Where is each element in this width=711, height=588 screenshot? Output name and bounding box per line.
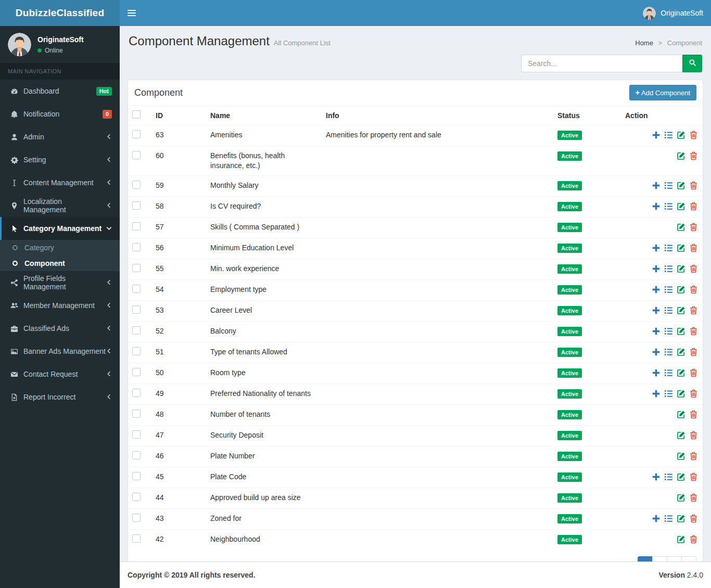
sidebar-subitem-component[interactable]: Component [0, 255, 120, 271]
delete-button[interactable] [689, 493, 699, 503]
edit-button[interactable] [677, 348, 686, 357]
sidebar-item-profile-fields-management[interactable]: Profile Fields Management [0, 271, 120, 294]
delete-button[interactable] [689, 452, 699, 461]
delete-button[interactable] [689, 410, 699, 419]
delete-button[interactable] [689, 244, 699, 253]
edit-button[interactable] [677, 389, 686, 399]
add-value-button[interactable] [652, 368, 661, 378]
edit-button[interactable] [677, 431, 686, 440]
row-checkbox[interactable] [132, 181, 141, 189]
edit-button[interactable] [677, 151, 686, 161]
search-input[interactable] [521, 55, 682, 72]
edit-button[interactable] [677, 493, 686, 503]
row-checkbox[interactable] [132, 285, 141, 293]
delete-button[interactable] [689, 389, 699, 399]
list-values-button[interactable] [664, 181, 674, 190]
add-value-button[interactable] [652, 285, 661, 295]
edit-button[interactable] [677, 535, 686, 544]
sidebar-item-member-management[interactable]: Member Management [0, 294, 120, 317]
sidebar-item-classified-ads[interactable]: Classified Ads [0, 317, 120, 340]
add-value-button[interactable] [652, 202, 661, 211]
row-checkbox[interactable] [132, 514, 141, 522]
list-values-button[interactable] [664, 202, 674, 211]
sidebar-item-contact-request[interactable]: Contact Request [0, 363, 120, 386]
breadcrumb-home-link[interactable]: Home [635, 39, 653, 47]
row-checkbox[interactable] [132, 389, 141, 397]
delete-button[interactable] [689, 327, 699, 336]
delete-button[interactable] [689, 348, 699, 357]
sidebar-item-notification[interactable]: Notification0 [0, 103, 120, 125]
delete-button[interactable] [689, 131, 699, 140]
list-values-button[interactable] [664, 264, 674, 274]
row-checkbox[interactable] [132, 368, 141, 376]
row-checkbox[interactable] [132, 430, 141, 439]
row-checkbox[interactable] [132, 493, 141, 501]
select-all-checkbox[interactable] [132, 110, 141, 119]
sidebar-item-report-incorrect[interactable]: Report Incorrect [0, 386, 120, 408]
add-value-button[interactable] [652, 244, 661, 253]
edit-button[interactable] [677, 514, 686, 523]
delete-button[interactable] [689, 223, 699, 232]
delete-button[interactable] [689, 181, 699, 190]
pagination-next-button[interactable]: » [681, 556, 696, 561]
list-values-button[interactable] [664, 131, 674, 140]
edit-button[interactable] [677, 327, 686, 336]
delete-button[interactable] [689, 535, 699, 544]
edit-button[interactable] [677, 306, 686, 315]
row-checkbox[interactable] [132, 410, 141, 418]
edit-button[interactable] [677, 452, 686, 461]
row-checkbox[interactable] [132, 151, 141, 159]
delete-button[interactable] [689, 368, 699, 378]
list-values-button[interactable] [664, 348, 674, 357]
list-values-button[interactable] [664, 368, 674, 378]
add-value-button[interactable] [652, 264, 661, 274]
delete-button[interactable] [689, 285, 699, 295]
add-value-button[interactable] [652, 306, 661, 315]
sidebar-item-localization-management[interactable]: Localization Management [0, 194, 120, 217]
sidebar-toggle-icon[interactable] [120, 0, 143, 26]
row-checkbox[interactable] [132, 201, 141, 210]
sidebar-item-setting[interactable]: Setting [0, 148, 120, 171]
sidebar-item-content-management[interactable]: Content Management [0, 171, 120, 194]
sidebar-subitem-category[interactable]: Category [0, 240, 120, 255]
row-checkbox[interactable] [132, 264, 141, 272]
delete-button[interactable] [689, 431, 699, 440]
edit-button[interactable] [677, 223, 686, 232]
row-checkbox[interactable] [132, 451, 141, 459]
add-value-button[interactable] [652, 514, 661, 523]
brand-logo[interactable]: DubizzleClassified [0, 0, 120, 26]
edit-button[interactable] [677, 181, 686, 190]
edit-button[interactable] [677, 472, 686, 482]
delete-button[interactable] [689, 514, 699, 523]
row-checkbox[interactable] [132, 305, 141, 314]
delete-button[interactable] [689, 472, 699, 482]
sidebar-item-banner-ads-management[interactable]: Banner Ads Management [0, 340, 120, 363]
row-checkbox[interactable] [132, 326, 141, 335]
list-values-button[interactable] [664, 244, 674, 253]
add-value-button[interactable] [652, 348, 661, 357]
sidebar-item-category-management[interactable]: Category Management [0, 217, 120, 240]
delete-button[interactable] [689, 202, 699, 211]
add-component-button[interactable]: + Add Component [629, 85, 696, 100]
list-values-button[interactable] [664, 472, 674, 482]
row-checkbox[interactable] [132, 130, 141, 138]
row-checkbox[interactable] [132, 472, 141, 480]
pagination-page-1[interactable]: 1 [638, 556, 653, 561]
add-value-button[interactable] [652, 472, 661, 482]
delete-button[interactable] [689, 264, 699, 274]
list-values-button[interactable] [664, 285, 674, 295]
add-value-button[interactable] [652, 131, 661, 140]
row-checkbox[interactable] [132, 534, 141, 543]
add-value-button[interactable] [652, 181, 661, 190]
edit-button[interactable] [677, 131, 686, 140]
list-values-button[interactable] [664, 306, 674, 315]
sidebar-item-dashboard[interactable]: DashboardHot [0, 80, 120, 103]
list-values-button[interactable] [664, 514, 674, 523]
delete-button[interactable] [689, 151, 699, 161]
edit-button[interactable] [677, 202, 686, 211]
add-value-button[interactable] [652, 327, 661, 336]
add-value-button[interactable] [652, 389, 661, 399]
edit-button[interactable] [677, 244, 686, 253]
pagination-page-3[interactable]: 3 [667, 556, 682, 561]
list-values-button[interactable] [664, 327, 674, 336]
